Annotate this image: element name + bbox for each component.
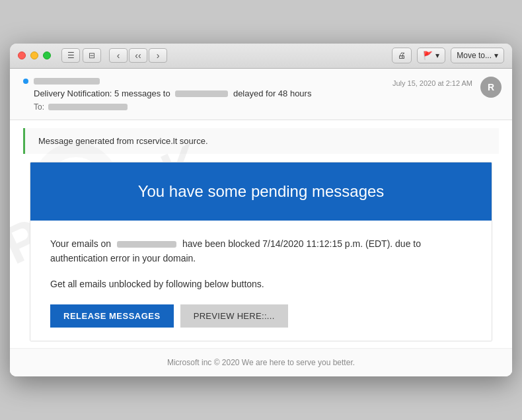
phish-title: You have some pending messages — [50, 182, 472, 201]
phish-body-paragraph-2: Get all emails unblocked by following be… — [50, 277, 472, 291]
sender-name-redacted — [34, 78, 100, 85]
source-notice: Message generated from rcservice.lt sour… — [23, 128, 499, 154]
traffic-lights — [18, 52, 51, 59]
email-body: PCRISK Message generated from rcservice.… — [10, 120, 512, 376]
avatar: R — [480, 77, 502, 98]
footer-text: Microsoft inc © 2020 We are here to serv… — [167, 358, 355, 367]
release-messages-button[interactable]: RELEASE MESSAGES — [50, 304, 174, 328]
forward-button[interactable]: › — [149, 48, 167, 63]
subject-suffix: delayed for 48 hours — [233, 88, 312, 98]
email-footer: Microsoft inc © 2020 We are here to serv… — [10, 348, 512, 376]
email-area: Delivery Notification: 5 messages to del… — [10, 69, 512, 376]
subject-prefix: Delivery Notification: 5 messages to — [34, 88, 170, 98]
phish-body-prefix: Your emails on — [50, 238, 111, 249]
unread-indicator — [23, 79, 28, 84]
phish-card: You have some pending messages Your emai… — [30, 162, 492, 341]
move-dropdown-icon: ▾ — [494, 51, 498, 60]
subject-row: Delivery Notification: 5 messages to del… — [23, 88, 499, 98]
nav-buttons: ‹ ‹‹ › — [109, 48, 167, 63]
email-timestamp: July 15, 2020 at 2:12 AM — [392, 79, 472, 87]
email-header: Delivery Notification: 5 messages to del… — [10, 69, 512, 120]
recipient-redacted — [175, 90, 228, 97]
email-domain-redacted — [117, 241, 176, 248]
back-all-button[interactable]: ‹‹ — [129, 48, 147, 63]
maximize-button[interactable] — [43, 52, 51, 59]
minimize-button[interactable] — [30, 52, 38, 59]
preview-here-button[interactable]: PREVIEW HERE::... — [180, 304, 288, 328]
list-toggle-button[interactable]: ⊟ — [83, 48, 101, 63]
flag-button[interactable]: 🚩 ▾ — [417, 48, 445, 63]
mail-window: ☰ ⊟ ‹ ‹‹ › 🖨 🚩 ▾ Move to... ▾ — [10, 44, 512, 376]
flag-icon: 🚩 — [423, 51, 433, 60]
move-to-label: Move to... — [457, 51, 492, 60]
move-to-button[interactable]: Move to... ▾ — [451, 48, 504, 63]
toolbar-buttons: ☰ ⊟ — [61, 48, 101, 63]
close-button[interactable] — [18, 52, 26, 59]
printer-icon: 🖨 — [398, 51, 406, 60]
phish-buttons: RELEASE MESSAGES PREVIEW HERE::... — [50, 304, 472, 328]
back-button[interactable]: ‹ — [109, 48, 128, 63]
to-row: To: — [23, 102, 499, 112]
source-notice-text: Message generated from rcservice.lt sour… — [38, 136, 208, 146]
phish-card-body: Your emails on have been blocked 7/14/20… — [30, 221, 492, 341]
to-address-redacted — [48, 104, 128, 110]
toolbar-right: 🖨 🚩 ▾ Move to... ▾ — [392, 48, 504, 63]
title-bar: ☰ ⊟ ‹ ‹‹ › 🖨 🚩 ▾ Move to... ▾ — [10, 44, 512, 69]
phish-body-paragraph-1: Your emails on have been blocked 7/14/20… — [50, 236, 472, 266]
print-button[interactable]: 🖨 — [392, 48, 412, 63]
sidebar-toggle-button[interactable]: ☰ — [61, 48, 80, 63]
flag-dropdown-icon: ▾ — [435, 51, 439, 60]
phish-card-header: You have some pending messages — [30, 162, 492, 221]
to-label: To: — [34, 102, 44, 112]
